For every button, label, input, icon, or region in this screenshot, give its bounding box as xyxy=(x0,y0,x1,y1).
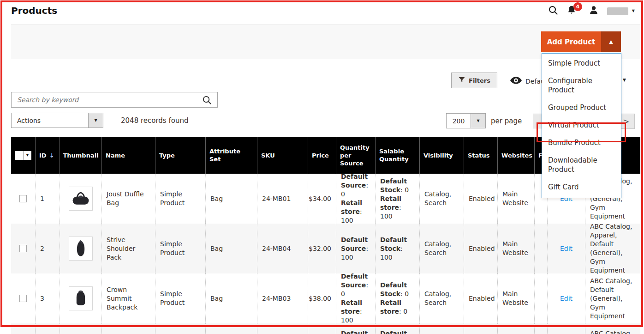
header-salable-quantity[interactable]: Salable Quantity xyxy=(375,137,419,174)
checkbox-icon xyxy=(15,151,24,160)
add-product-button[interactable]: Add Product xyxy=(541,31,601,52)
table-row-partial: Default Default ABC Catalog, xyxy=(11,323,640,334)
chevron-up-icon: ▲ xyxy=(609,39,613,45)
row-checkbox[interactable] xyxy=(19,195,27,202)
cell-price: $34.00 xyxy=(308,174,336,224)
menu-item-gift-card[interactable]: Gift Card xyxy=(542,178,621,196)
header-visibility[interactable]: Visibility xyxy=(419,137,464,174)
eye-icon xyxy=(510,77,522,86)
table-row: 3 Crown Summit Backpack Simple Product B… xyxy=(11,273,640,323)
per-page-label: per page xyxy=(491,117,522,125)
cell-status: Enabled xyxy=(464,174,497,224)
account-name-redacted xyxy=(607,7,628,15)
keyword-search-icon[interactable] xyxy=(202,95,212,107)
backpack-thumbnail xyxy=(69,286,93,310)
row-checkbox[interactable] xyxy=(19,245,27,252)
cell-price: $32.00 xyxy=(308,224,336,273)
cell-status: Enabled xyxy=(464,224,497,273)
cell-sku: 24-MB01 xyxy=(257,174,308,224)
cell-attribute-set: Bag xyxy=(205,174,257,224)
cell-thumbnail xyxy=(60,273,101,323)
cell-attribute-set: Bag xyxy=(205,224,257,273)
page-title: Products xyxy=(11,5,57,16)
cell-clipped xyxy=(534,273,547,323)
keyword-search-input[interactable] xyxy=(17,95,197,104)
header-id[interactable]: ID ↓ xyxy=(35,137,60,174)
header-thumbnail[interactable]: Thumbnail xyxy=(60,137,101,174)
cell-salable-quantity: Default Stock: 0 Retail store: 100 xyxy=(375,174,419,224)
cell-salable-quantity: Default Stock: 0 Retail store: 0 xyxy=(375,273,419,323)
cell-categories: ABC Catalog, xyxy=(585,323,640,334)
menu-item-bundle-product[interactable]: Bundle Product xyxy=(542,134,621,152)
header-id-label: ID xyxy=(39,152,47,159)
cell-id: 2 xyxy=(35,224,60,273)
per-page-select[interactable]: 200 ▼ xyxy=(446,113,486,128)
cell-status: Enabled xyxy=(464,273,497,323)
header-select-all[interactable]: ▼ xyxy=(11,137,35,174)
cell-type: Simple Product xyxy=(155,174,205,224)
header-type[interactable]: Type xyxy=(155,137,205,174)
account-name-dropdown[interactable]: ▼ xyxy=(607,7,635,15)
menu-item-configurable-product[interactable]: Configurable Product xyxy=(542,72,621,99)
header-price[interactable]: Price xyxy=(308,137,336,174)
cell-visibility: Catalog, Search xyxy=(419,224,464,273)
add-product-toggle[interactable]: ▲ xyxy=(601,31,621,52)
search-icon xyxy=(548,5,558,17)
chevron-down-icon: ▼ xyxy=(632,9,635,13)
products-page: Products 4 ▼ xyxy=(0,0,644,334)
cell-salable-quantity: Default Stock: 100 xyxy=(375,224,419,273)
account-button[interactable] xyxy=(589,5,599,17)
cell-categories: ABC Catalog, Apparel, Default (General),… xyxy=(585,224,640,273)
filters-label: Filters xyxy=(469,77,490,84)
menu-item-simple-product[interactable]: Simple Product xyxy=(542,55,621,72)
cell-salable-quantity: Default xyxy=(375,323,419,334)
menu-item-downloadable-product[interactable]: Downloadable Product xyxy=(542,152,621,178)
cell-id: 1 xyxy=(35,174,60,224)
header-quantity-per-source[interactable]: Quantity per Source xyxy=(336,137,375,174)
user-icon xyxy=(589,5,599,17)
edit-link[interactable]: Edit xyxy=(560,244,572,253)
cell-price: $38.00 xyxy=(308,273,336,323)
header-sku[interactable]: SKU xyxy=(257,137,308,174)
duffle-bag-thumbnail xyxy=(69,187,93,211)
cell-categories: ABC Catalog, Default (General), Gym Equi… xyxy=(585,273,640,323)
header-status[interactable]: Status xyxy=(464,137,497,174)
view-chevron-down-icon[interactable]: ▼ xyxy=(623,78,626,82)
cell-name: Crown Summit Backpack xyxy=(101,273,155,323)
cell-websites: Main Website xyxy=(497,224,534,273)
menu-item-grouped-product[interactable]: Grouped Product xyxy=(542,99,621,116)
actions-label: Actions xyxy=(12,113,88,128)
cell-quantity-per-source: Default xyxy=(336,323,375,334)
cell-type: Simple Product xyxy=(155,273,205,323)
add-product-menu: Simple Product Configurable Product Grou… xyxy=(542,53,621,198)
menu-item-virtual-product[interactable]: Virtual Product xyxy=(542,116,621,134)
table-row: 2 Strive Shoulder Pack Simple Product Ba… xyxy=(11,224,640,273)
actions-select[interactable]: Actions ▼ xyxy=(11,113,103,128)
cell-visibility: Catalog, Search xyxy=(419,273,464,323)
sort-descending-icon: ↓ xyxy=(49,152,54,159)
view-label: Defau xyxy=(525,78,543,85)
actions-chevron-down-icon: ▼ xyxy=(88,113,103,128)
cell-websites: Main Website xyxy=(497,273,534,323)
cell-name: Strive Shoulder Pack xyxy=(101,224,155,273)
notification-badge: 4 xyxy=(573,2,582,11)
records-found-text: 2048 records found xyxy=(121,116,188,125)
filters-button[interactable]: Filters xyxy=(451,73,497,88)
per-page-chevron-down-icon: ▼ xyxy=(471,114,485,128)
global-search-button[interactable] xyxy=(548,5,558,17)
top-bar: Products 4 ▼ xyxy=(0,0,644,22)
header-name[interactable]: Name xyxy=(101,137,155,174)
chevron-down-icon: ▼ xyxy=(24,151,31,160)
view-control[interactable]: Defau xyxy=(510,75,543,87)
header-attribute-set[interactable]: Attribute Set xyxy=(205,137,257,174)
cell-sku: 24-MB03 xyxy=(257,273,308,323)
notifications-button[interactable]: 4 xyxy=(566,5,577,17)
shoulder-pack-thumbnail xyxy=(69,237,93,261)
select-all-checkbox[interactable]: ▼ xyxy=(15,151,31,160)
edit-link[interactable]: Edit xyxy=(560,294,572,303)
cell-id: 3 xyxy=(35,273,60,323)
row-checkbox[interactable] xyxy=(19,295,27,302)
cell-type: Simple Product xyxy=(155,224,205,273)
header-websites[interactable]: Websites xyxy=(497,137,534,174)
cell-quantity-per-source: Default Source: 0 Retail store: 100 xyxy=(336,273,375,323)
